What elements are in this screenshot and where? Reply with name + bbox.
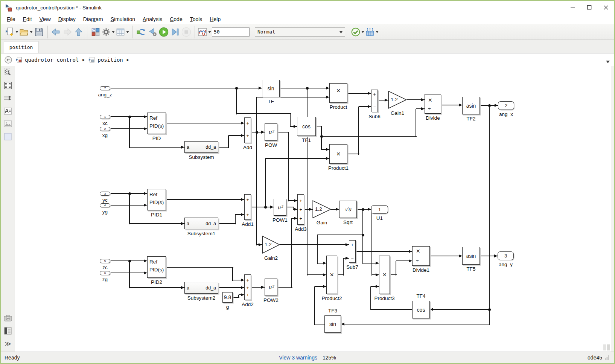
signal-wire[interactable] xyxy=(489,105,490,325)
signal-wire[interactable] xyxy=(371,309,413,310)
inport-yg[interactable]: 4 xyxy=(100,203,110,207)
screenshot-tool[interactable] xyxy=(1,312,15,324)
block-add[interactable]: ++ xyxy=(244,117,251,143)
signal-wire[interactable] xyxy=(236,88,237,114)
block-tf2-asin[interactable]: asin xyxy=(462,97,480,114)
block-sub6[interactable]: +− xyxy=(371,90,378,112)
block-gain1[interactable]: 1.2 xyxy=(388,91,407,109)
block-tf3-sin[interactable]: sin xyxy=(324,315,341,333)
simulation-data-inspector-button[interactable] xyxy=(198,26,212,38)
library-browser-button[interactable] xyxy=(90,26,101,38)
block-sqrt[interactable]: √u xyxy=(339,201,357,218)
outport-u1[interactable]: 1 xyxy=(371,205,388,214)
signal-wire[interactable] xyxy=(348,154,359,154)
signal-wire[interactable] xyxy=(416,109,416,137)
signal-wire[interactable] xyxy=(238,295,239,298)
canvas-resize-grip2[interactable] xyxy=(603,344,606,350)
signal-wire[interactable] xyxy=(307,88,308,276)
block-subsystem[interactable]: add_a xyxy=(184,141,218,153)
block-subsystem1[interactable]: add_a xyxy=(184,218,218,229)
zoom-region-tool[interactable] xyxy=(1,66,15,79)
signal-wire[interactable] xyxy=(291,218,292,288)
signal-wire[interactable] xyxy=(321,136,417,137)
navigate-back-button[interactable] xyxy=(50,26,62,38)
signal-wire[interactable] xyxy=(290,114,291,127)
fit-to-view-tool[interactable] xyxy=(1,79,15,92)
canvas-resize-grip[interactable] xyxy=(607,344,610,350)
signal-wire[interactable] xyxy=(110,88,263,88)
maximize-button[interactable] xyxy=(581,1,598,14)
signal-wire[interactable] xyxy=(166,267,233,268)
signal-wire[interactable] xyxy=(371,209,372,276)
block-product[interactable]: ✕ xyxy=(329,83,347,103)
signal-wire[interactable] xyxy=(110,205,148,206)
block-pid[interactable]: RefPID(s) xyxy=(147,113,166,134)
signal-wire[interactable] xyxy=(110,273,148,273)
signal-wire[interactable] xyxy=(362,209,363,264)
signal-wire[interactable] xyxy=(166,123,245,123)
run-button[interactable] xyxy=(158,26,169,38)
step-forward-button[interactable] xyxy=(169,26,181,38)
block-product1[interactable]: ✕ xyxy=(329,144,347,164)
block-pid1[interactable]: RefPID(s) xyxy=(147,189,166,210)
signal-wire[interactable] xyxy=(129,261,130,288)
signal-wire[interactable] xyxy=(315,324,325,324)
signal-wire[interactable] xyxy=(236,113,291,114)
signal-wire[interactable] xyxy=(317,235,364,235)
sim-mode-select[interactable]: Normal xyxy=(255,27,345,37)
signal-wire[interactable] xyxy=(430,256,463,256)
signal-wire[interactable] xyxy=(343,258,344,276)
menu-view[interactable]: View xyxy=(36,15,55,23)
inport-zg[interactable]: 6 xyxy=(100,271,110,275)
expand-palette-button[interactable]: ≫ xyxy=(1,337,15,350)
caret-down-icon[interactable] xyxy=(15,31,18,33)
menu-file[interactable]: File xyxy=(3,15,19,23)
menu-edit[interactable]: Edit xyxy=(19,15,36,23)
navigate-up-button[interactable] xyxy=(73,26,84,38)
signal-wire[interactable] xyxy=(228,136,229,148)
block-g-constant[interactable]: 9.8 xyxy=(222,292,233,303)
caret-down-icon[interactable] xyxy=(126,31,129,33)
block-divide1[interactable]: ✕÷ xyxy=(412,246,430,266)
inport-xc[interactable]: 1 xyxy=(100,115,110,119)
signal-wire[interactable] xyxy=(129,193,130,224)
navigate-back-circle-button[interactable] xyxy=(1,56,16,64)
menu-display[interactable]: Display xyxy=(55,15,79,23)
block-product2[interactable]: ✕ xyxy=(326,256,337,294)
signal-wire[interactable] xyxy=(356,251,413,252)
menu-simulation[interactable]: Simulation xyxy=(107,15,139,23)
model-settings-button[interactable] xyxy=(101,26,116,38)
signal-wire[interactable] xyxy=(218,223,236,224)
minimize-button[interactable] xyxy=(565,1,581,14)
signal-wire[interactable] xyxy=(317,235,318,264)
annotation-tool[interactable] xyxy=(1,105,15,117)
signal-wire[interactable] xyxy=(129,287,185,288)
area-tool[interactable] xyxy=(1,130,15,143)
menu-help[interactable]: Help xyxy=(206,15,224,23)
block-pow[interactable]: u² xyxy=(265,123,277,141)
signal-wire[interactable] xyxy=(235,215,236,224)
caret-down-icon[interactable] xyxy=(208,31,211,33)
signal-wire[interactable] xyxy=(256,132,257,245)
signal-wire[interactable] xyxy=(129,117,130,148)
block-pow1[interactable]: u² xyxy=(274,199,286,216)
outport-ang-y[interactable]: 3 xyxy=(498,251,514,260)
new-model-button[interactable] xyxy=(5,26,19,38)
inport-zc[interactable]: 5 xyxy=(100,259,110,263)
open-button[interactable] xyxy=(19,26,33,38)
menu-tools[interactable]: Tools xyxy=(186,15,206,23)
breadcrumb-item[interactable]: position xyxy=(97,57,123,63)
block-pow2[interactable]: u² xyxy=(265,279,277,296)
block-divide[interactable]: ✕÷ xyxy=(425,94,441,114)
model-advisor-button[interactable] xyxy=(351,26,365,38)
update-diagram-button[interactable] xyxy=(135,26,147,38)
signal-wire[interactable] xyxy=(277,132,289,133)
signal-wire[interactable] xyxy=(370,286,371,310)
block-sub7[interactable]: +− xyxy=(349,240,356,263)
build-button[interactable] xyxy=(365,26,379,38)
block-tf5-asin[interactable]: asin xyxy=(462,247,480,265)
caret-down-icon[interactable] xyxy=(376,31,379,33)
viewmarks-tool[interactable] xyxy=(1,324,15,337)
signal-wire[interactable] xyxy=(265,158,266,208)
block-tf4-cos[interactable]: cos xyxy=(412,301,430,318)
